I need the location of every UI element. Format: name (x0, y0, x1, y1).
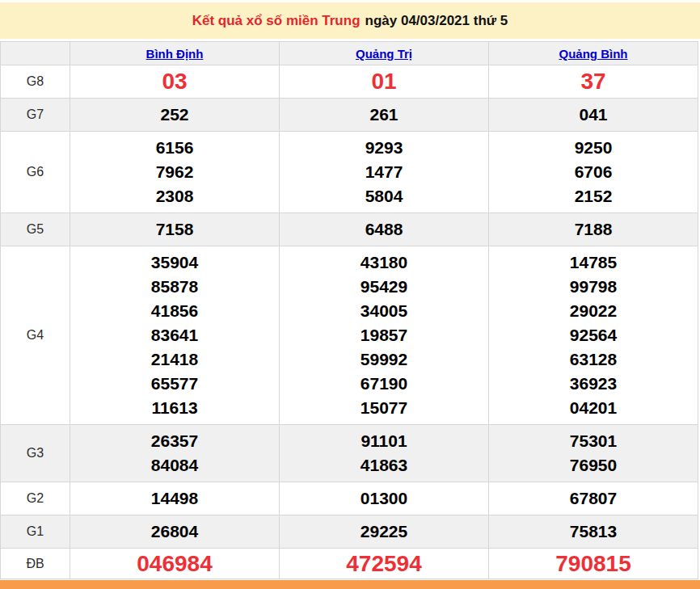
prize-values-cell: 75813 (489, 515, 698, 549)
prize-number: 95429 (280, 275, 488, 299)
prize-number: 36923 (489, 372, 698, 396)
prize-values-cell: 7530176950 (489, 425, 698, 482)
prize-values-cell: 43180954293400519857599926719015077 (280, 246, 489, 425)
prize-number: 37 (489, 69, 698, 94)
prize-number: 9293 (280, 136, 488, 160)
corner-cell (1, 42, 70, 65)
table-row: G1268042922575813 (1, 515, 698, 549)
prize-number: 75301 (489, 429, 698, 453)
prize-number: 261 (280, 103, 488, 127)
prize-number: 041 (489, 103, 698, 127)
prize-values-cell: 615679622308 (70, 132, 280, 213)
page-title: Kết quả xổ số miền Trung ngày 04/03/2021… (0, 2, 700, 39)
prize-values-cell: 790815 (489, 549, 698, 579)
table-row: G435904858784185683641214186557711613431… (1, 246, 698, 425)
prize-values-cell: 01 (280, 65, 489, 99)
prize-label: G8 (1, 65, 70, 99)
page-title-date: ngày 04/03/2021 thứ 5 (365, 13, 508, 29)
prize-number: 252 (70, 103, 279, 127)
table-row: G6615679622308929314775804925067062152 (1, 132, 698, 213)
prize-number: 04201 (489, 396, 698, 420)
prize-number: 59992 (280, 347, 488, 372)
prize-number: 67807 (489, 486, 698, 511)
prize-values-cell: 26804 (70, 515, 280, 549)
table-row: G5715864887188 (1, 213, 698, 246)
prize-values-cell: 929314775804 (280, 132, 489, 213)
prize-number: 6706 (489, 160, 698, 184)
prize-number: 14785 (489, 250, 698, 275)
prize-number: 43180 (280, 250, 488, 275)
prize-number: 2152 (489, 184, 698, 208)
prize-label: G7 (1, 99, 70, 132)
prize-number: 790815 (489, 553, 698, 574)
prize-number: 29225 (280, 520, 488, 544)
prize-number: 92564 (489, 323, 698, 347)
prize-number: 7962 (70, 160, 279, 184)
prize-number: 472594 (280, 553, 488, 574)
prize-values-cell: 35904858784185683641214186557711613 (70, 246, 280, 425)
prize-number: 99798 (489, 275, 698, 299)
prize-label: G2 (1, 482, 70, 515)
prize-number: 67190 (280, 372, 488, 396)
prize-values-cell: 14785997982902292564631283692304201 (489, 246, 698, 425)
prize-number: 84084 (70, 453, 279, 478)
prize-values-cell: 261 (280, 99, 489, 132)
prize-values-cell: 7188 (489, 213, 698, 246)
prize-values-cell: 03 (70, 65, 280, 99)
prize-number: 65577 (70, 372, 279, 396)
prize-number: 26804 (70, 520, 279, 544)
table-row: ĐB046984472594790815 (1, 549, 698, 579)
prize-number: 7188 (489, 217, 698, 242)
prize-label: G3 (1, 425, 70, 482)
prize-number: 2308 (70, 184, 279, 208)
prize-number: 9250 (489, 136, 698, 160)
prize-number: 91101 (280, 429, 488, 453)
prize-number: 03 (70, 69, 279, 94)
prize-number: 11613 (70, 396, 279, 420)
province-link-3[interactable]: Quảng Bình (559, 47, 628, 61)
prize-values-cell: 29225 (280, 515, 489, 549)
prize-values-cell: 14498 (70, 482, 280, 515)
prize-number: 76950 (489, 453, 698, 478)
table-row: G3263578408491101418637530176950 (1, 425, 698, 482)
prize-values-cell: 01300 (280, 482, 489, 515)
prize-number: 5804 (280, 184, 488, 208)
page-title-main: Kết quả xổ số miền Trung (192, 13, 361, 29)
prize-values-cell: 925067062152 (489, 132, 698, 213)
prize-number: 85878 (70, 275, 279, 299)
prize-number: 83641 (70, 323, 279, 347)
prize-number: 29022 (489, 299, 698, 323)
prize-number: 6156 (70, 136, 279, 160)
prize-number: 01 (280, 69, 488, 94)
prize-number: 34005 (280, 299, 488, 323)
prize-label: ĐB (1, 549, 70, 579)
prize-values-cell: 7158 (70, 213, 280, 246)
results-table: Bình ĐịnhQuảng TrịQuảng Bình G8030137G72… (0, 41, 698, 579)
table-row: G2144980130067807 (1, 482, 698, 515)
header-row: Bình ĐịnhQuảng TrịQuảng Bình (1, 42, 698, 65)
prize-values-cell: 6488 (280, 213, 489, 246)
bottom-orange-bar (0, 580, 700, 589)
prize-number: 6488 (280, 217, 488, 242)
prize-label: G5 (1, 213, 70, 246)
results-body: G8030137G7252261041G66156796223089293147… (1, 65, 698, 579)
prize-values-cell: 37 (489, 65, 698, 99)
prize-label: G4 (1, 246, 70, 425)
prize-number: 63128 (489, 347, 698, 372)
province-link-2[interactable]: Quảng Trị (356, 47, 412, 61)
province-link-1[interactable]: Bình Định (146, 47, 204, 61)
prize-number: 14498 (70, 486, 279, 511)
prize-number: 41856 (70, 299, 279, 323)
column-header: Quảng Trị (280, 42, 489, 65)
prize-number: 26357 (70, 429, 279, 453)
prize-number: 7158 (70, 217, 279, 242)
table-row: G8030137 (1, 65, 698, 99)
prize-number: 21418 (70, 347, 279, 372)
prize-values-cell: 2635784084 (70, 425, 280, 482)
prize-values-cell: 252 (70, 99, 280, 132)
prize-number: 15077 (280, 396, 488, 420)
prize-number: 41863 (280, 453, 488, 478)
prize-label: G6 (1, 132, 70, 213)
prize-number: 19857 (280, 323, 488, 347)
prize-number: 1477 (280, 160, 488, 184)
